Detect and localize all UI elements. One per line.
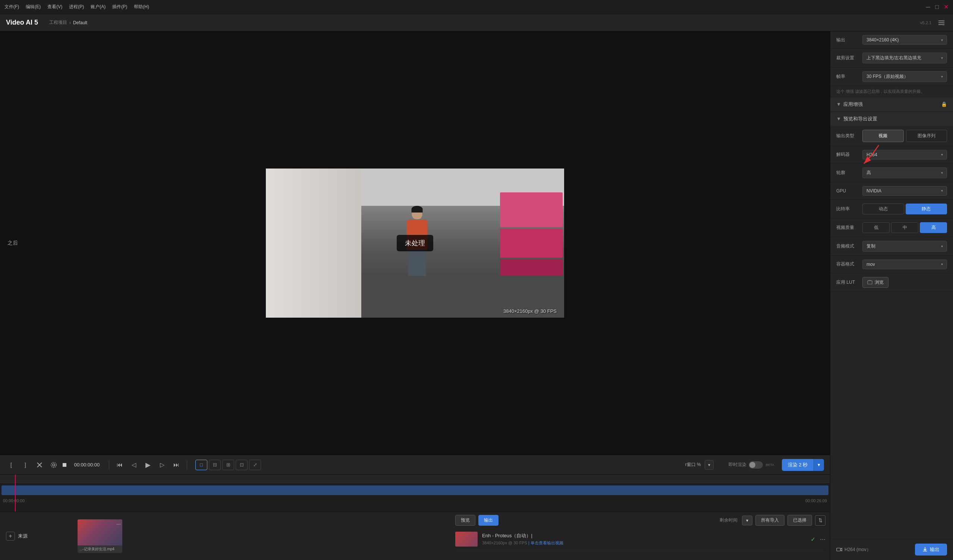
video-quality-row: 视频质量 低 中 高 [830, 219, 953, 237]
menu-plugins[interactable]: 插件(P) [112, 4, 127, 10]
menu-help[interactable]: 帮助(H) [134, 4, 149, 10]
window-percent-label: r窗口 % [685, 462, 701, 468]
queue-thumb [455, 532, 478, 547]
unprocessed-label: 未处理 [397, 235, 433, 251]
crop-value: 上下黑边填充/左右黑边填充 [866, 55, 921, 61]
gpu-value: NVIDIA [866, 188, 882, 194]
menu-file[interactable]: 文件(F) [5, 4, 19, 10]
view-single-button[interactable]: □ [196, 460, 207, 470]
source-context-menu-icon[interactable]: ··· [116, 521, 121, 527]
crop-dropdown[interactable]: 上下黑边填充/左右黑边填充 ▾ [862, 53, 947, 64]
queue-check-icon: ✓ [810, 536, 815, 543]
quality-high-button[interactable]: 高 [920, 222, 947, 233]
breadcrumb: 工程项目 › Default [49, 19, 87, 26]
collapse-icon: ▼ [836, 101, 841, 107]
breadcrumb-separator: › [69, 20, 71, 25]
final-export-button[interactable]: 输出 [915, 544, 947, 555]
mark-out-button[interactable]: ] [20, 460, 31, 470]
apply-enhance-section[interactable]: ▼ 应用增强 🔒 [830, 97, 953, 112]
output-type-row: 输出类型 视频 图像序列 [830, 126, 953, 146]
lut-browse-button[interactable]: 浏览 [862, 277, 888, 288]
quality-dropdown[interactable]: 高 ▾ [862, 168, 947, 178]
container-value: mov [866, 262, 875, 267]
output-type-label: 输出类型 [836, 133, 862, 139]
audio-value: 复制 [866, 243, 875, 250]
source-label: 来源 [18, 533, 28, 540]
framerate-dropdown[interactable]: 30 FPS（原始视频） ▾ [862, 71, 947, 82]
right-panel-scroll: 输出 3840×2160 (4K) ▾ 裁剪设置 上下黑边填充/左右黑边填充 ▾… [830, 31, 953, 539]
apply-enhance-label: 应用增强 [843, 101, 863, 108]
render-dropdown-button[interactable]: ▾ [813, 459, 824, 471]
view-split-h-button[interactable]: ⊟ [209, 460, 221, 470]
menu-edit[interactable]: 编辑(E) [26, 4, 40, 10]
video-area: 之后 [0, 31, 830, 455]
export-queue-button[interactable]: 输出 [478, 515, 498, 526]
menu-bar: 文件(F) 编辑(E) 查看(V) 进程(P) 账户(A) 插件(P) 帮助(H… [5, 4, 149, 10]
lut-browse-label: 浏览 [875, 279, 884, 285]
step-back-button[interactable]: ◁ [129, 460, 139, 470]
crop-row: 裁剪设置 上下黑边填充/左右黑边填充 ▾ [830, 49, 953, 67]
browse-icon [867, 280, 872, 285]
track-segment[interactable] [2, 486, 829, 495]
playhead-indicator [63, 463, 66, 467]
output-dropdown[interactable]: 3840×2160 (4K) ▾ [862, 35, 947, 45]
collapse-icon2: ▼ [836, 116, 841, 121]
before-label: 之后 [8, 240, 18, 247]
chevron-down-icon4: ▾ [941, 152, 943, 157]
codec-dropdown[interactable]: H264 ▾ [862, 150, 947, 160]
maximize-button[interactable]: □ [934, 5, 940, 10]
breadcrumb-root[interactable]: 工程项目 [49, 19, 67, 26]
mark-in-button[interactable]: [ [6, 460, 16, 470]
app-title-area: Video AI 5 工程项目 › Default [6, 19, 87, 26]
preview-button[interactable]: 预览 [455, 515, 475, 526]
queue-action[interactable]: | 单击查看输出视频 [528, 541, 563, 545]
render-area: 即时渲染 BETA [728, 461, 775, 468]
audio-dropdown[interactable]: 复制 ▾ [862, 241, 947, 252]
codec-label: 解码器 [836, 151, 862, 158]
trim-button[interactable] [34, 460, 45, 470]
skip-to-start-button[interactable]: ⏮ [115, 460, 125, 470]
container-row: 容器格式 mov ▾ [830, 256, 953, 273]
bitrate-dynamic-button[interactable]: 动态 [862, 203, 904, 214]
play-button[interactable]: ▶ [143, 460, 153, 470]
framerate-label: 帧率 [836, 73, 862, 80]
gpu-dropdown[interactable]: NVIDIA ▾ [862, 186, 947, 196]
sidebar-toggle-icon[interactable] [936, 17, 947, 28]
preview-export-section[interactable]: ▼ 预览和导出设置 [830, 112, 953, 126]
view-quad-button[interactable]: ⊡ [236, 460, 248, 470]
settings-button[interactable] [48, 460, 59, 470]
queue-more-icon[interactable]: ··· [820, 535, 826, 543]
bitrate-static-button[interactable]: 静态 [906, 203, 947, 214]
quality-low-button[interactable]: 低 [862, 222, 889, 233]
add-source-button[interactable]: + [6, 532, 15, 541]
menu-view[interactable]: 查看(V) [47, 4, 62, 10]
import-all-button[interactable]: 所有导入 [755, 515, 784, 526]
container-dropdown[interactable]: mov ▾ [862, 259, 947, 269]
quality-row: 轮廓 高 ▾ [830, 164, 953, 182]
audio-label: 音频模式 [836, 243, 862, 250]
view-split-v-button[interactable]: ⊞ [222, 460, 234, 470]
codec-value: H264 [866, 152, 877, 157]
skip-to-end-button[interactable]: ⏭ [171, 460, 182, 470]
menu-account[interactable]: 账户(A) [91, 4, 106, 10]
menu-process[interactable]: 进程(P) [69, 4, 84, 10]
quality-mid-button[interactable]: 中 [891, 222, 918, 233]
source-thumbnail[interactable]: ...-记录美好生活.mp4 ··· [78, 520, 122, 553]
remaining-dropdown[interactable]: ▾ [742, 516, 753, 525]
minimize-button[interactable]: ─ [925, 5, 931, 10]
close-button[interactable]: ✕ [943, 5, 948, 10]
separator2 [187, 461, 187, 469]
select-button[interactable]: 已选择 [787, 515, 812, 526]
step-forward-button[interactable]: ▷ [157, 460, 168, 470]
timeline-area[interactable]: 00:00:00:00 00:00:26:09 [0, 474, 830, 512]
sort-button[interactable]: ⇅ [815, 515, 826, 526]
output-type-image-button[interactable]: 图像序列 [906, 130, 947, 142]
view-fullscreen-button[interactable]: ⤢ [249, 460, 261, 470]
output-type-video-button[interactable]: 视频 [862, 130, 904, 142]
queue-item: Enh - Proteus（自动）| 3840×2160px @ 30 FPS … [455, 529, 826, 550]
export-format-info: H264 (mov） [844, 547, 871, 553]
window-dropdown[interactable]: ▾ [705, 460, 714, 470]
render-button[interactable]: 渲染 2 秒 [782, 459, 813, 471]
crop-label: 裁剪设置 [836, 55, 862, 61]
live-render-toggle[interactable] [749, 461, 763, 468]
